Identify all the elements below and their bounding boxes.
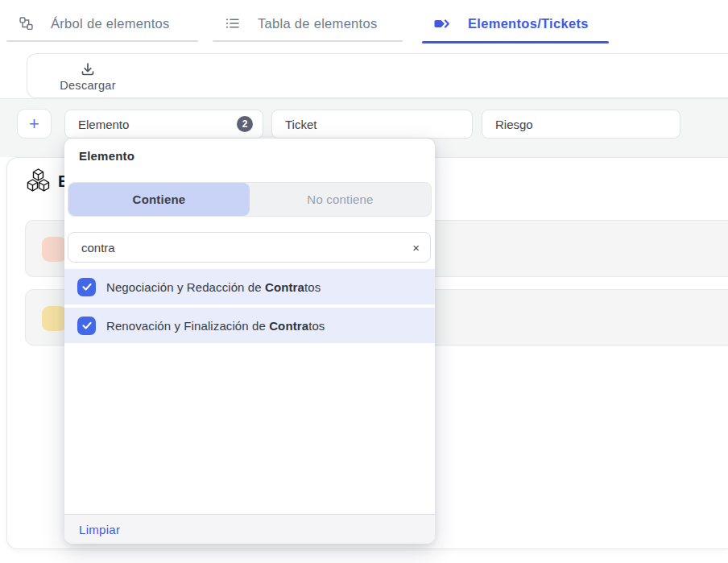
- tags-icon: [433, 17, 450, 31]
- filter-label: Elemento: [78, 118, 129, 131]
- tab-underline: [422, 41, 609, 43]
- filter-count-badge: 2: [237, 116, 253, 132]
- clear-search-icon[interactable]: ×: [412, 242, 420, 254]
- clear-filters-link[interactable]: Limpiar: [79, 523, 120, 536]
- results-header: E: [27, 168, 68, 195]
- dropdown-footer: Limpiar: [64, 514, 435, 544]
- plus-icon: +: [29, 114, 39, 135]
- download-icon: [80, 61, 96, 77]
- download-label: Descargar: [60, 79, 116, 92]
- checkbox-checked-icon[interactable]: [77, 317, 96, 335]
- filter-label: Ticket: [285, 118, 316, 131]
- option-renovacion-contratos[interactable]: Renovación y Finalización de Contratos: [64, 308, 435, 343]
- tab-elementos-tickets[interactable]: Elementos/Tickets: [422, 6, 609, 40]
- tab-label: Elementos/Tickets: [468, 16, 589, 31]
- tab-underline: [213, 40, 403, 42]
- tab-label: Tabla de elementos: [258, 16, 378, 31]
- tree-icon: [19, 17, 33, 31]
- tab-underline: [6, 40, 198, 42]
- filter-field-elemento[interactable]: Elemento 2: [64, 110, 263, 139]
- dropdown-search-input[interactable]: [68, 232, 431, 263]
- dropdown-title: Elemento: [79, 149, 134, 163]
- filter-label: Riesgo: [495, 118, 533, 131]
- add-filter-button[interactable]: +: [17, 109, 52, 139]
- list-icon: [225, 17, 240, 30]
- app-window: Árbol de elementos Tabla de elementos El…: [0, 0, 728, 563]
- elemento-filter-dropdown: Elemento Contiene No contiene × Negociac…: [64, 139, 435, 544]
- mode-no-contiene-button[interactable]: No contiene: [250, 183, 431, 216]
- mode-contiene-button[interactable]: Contiene: [68, 183, 250, 216]
- option-negociacion-contratos[interactable]: Negociación y Redacción de Contratos: [64, 269, 435, 304]
- cubes-icon: [27, 168, 50, 195]
- option-label: Renovación y Finalización de Contratos: [106, 319, 325, 333]
- tab-tabla-de-elementos[interactable]: Tabla de elementos: [213, 6, 403, 40]
- row-color-chip: [42, 306, 67, 331]
- toolbar-card: Descargar: [27, 53, 728, 98]
- option-label: Negociación y Redacción de Contratos: [106, 280, 321, 294]
- download-button[interactable]: Descargar: [39, 57, 137, 96]
- filter-field-riesgo[interactable]: Riesgo: [482, 110, 680, 139]
- tab-arbol-de-elementos[interactable]: Árbol de elementos: [6, 6, 198, 40]
- checkbox-checked-icon[interactable]: [77, 278, 96, 296]
- match-mode-toggle: Contiene No contiene: [68, 182, 432, 217]
- row-color-chip: [42, 237, 67, 262]
- tab-label: Árbol de elementos: [51, 16, 170, 31]
- dropdown-search: ×: [68, 232, 431, 263]
- filter-field-ticket[interactable]: Ticket: [271, 110, 473, 139]
